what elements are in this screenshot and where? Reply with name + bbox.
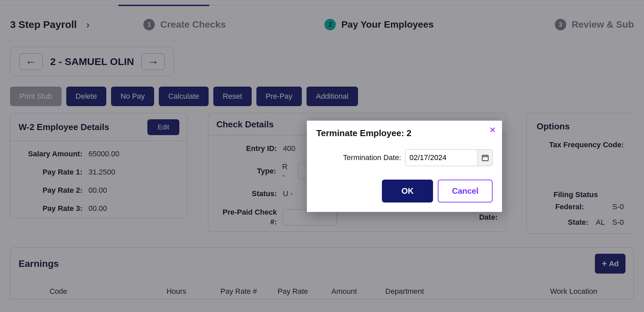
modal-close-button[interactable]: ✕ bbox=[489, 125, 496, 135]
termination-date-label: Termination Date: bbox=[343, 153, 401, 162]
close-icon: ✕ bbox=[489, 125, 496, 134]
modal-overlay[interactable]: ✕ Terminate Employee: 2 Termination Date… bbox=[0, 0, 644, 312]
modal-cancel-button[interactable]: Cancel bbox=[438, 180, 493, 202]
modal-ok-button[interactable]: OK bbox=[382, 180, 433, 202]
svg-rect-0 bbox=[482, 155, 488, 161]
terminate-employee-modal: ✕ Terminate Employee: 2 Termination Date… bbox=[307, 121, 502, 212]
calendar-icon bbox=[481, 154, 489, 162]
date-picker-button[interactable] bbox=[478, 149, 493, 166]
modal-title: Terminate Employee: 2 bbox=[316, 128, 493, 138]
termination-date-input[interactable] bbox=[405, 149, 478, 166]
